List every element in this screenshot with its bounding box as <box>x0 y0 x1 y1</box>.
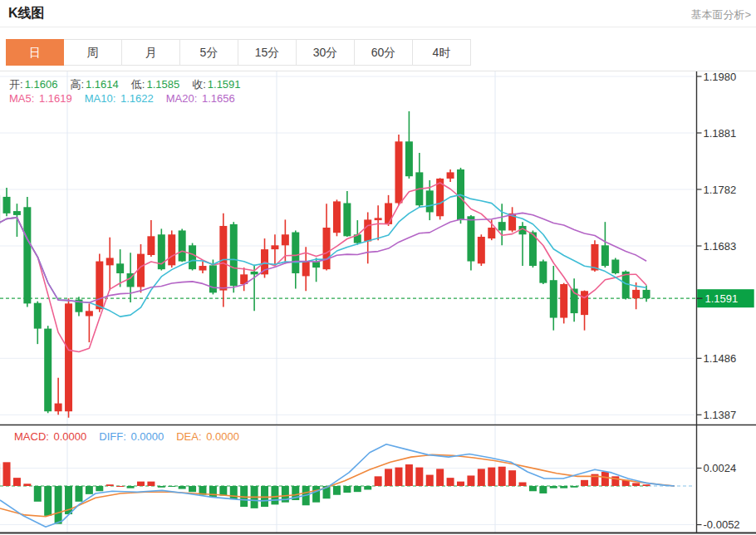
diff-label: DIFF: <box>99 430 126 443</box>
tab-60min[interactable]: 60分 <box>355 39 413 66</box>
period-tabs: 日 周 月 5分 15分 30分 60分 4时 <box>6 39 471 66</box>
tab-15min[interactable]: 15分 <box>238 39 297 66</box>
macd-value: 0.0000 <box>54 430 87 443</box>
close-label: 收: <box>192 78 206 91</box>
svg-text:1.1387: 1.1387 <box>704 409 737 421</box>
tab-week[interactable]: 周 <box>64 39 122 66</box>
svg-text:0.0024: 0.0024 <box>704 462 737 474</box>
svg-text:1.1591: 1.1591 <box>705 292 739 305</box>
tab-day[interactable]: 日 <box>6 39 64 66</box>
ma-legend: MA5: 1.1619 MA10: 1.1622 MA20: 1.1656 <box>9 92 248 105</box>
low-value: 1.1585 <box>146 78 179 91</box>
candles-layer <box>0 111 650 418</box>
macd-legend: MACD: 0.0000 DIFF: 0.0000 DEA: 0.0000 <box>14 430 252 443</box>
ma10-label: MA10: <box>85 92 116 105</box>
ma10-value: 1.1622 <box>120 92 154 105</box>
tab-30min[interactable]: 30分 <box>297 39 355 66</box>
svg-text:1.1683: 1.1683 <box>704 240 737 253</box>
kline-widget: K线图 基本面分析> 日 周 月 5分 15分 30分 60分 4时 开:1.1… <box>0 0 756 535</box>
open-label: 开: <box>9 78 23 91</box>
tab-month[interactable]: 月 <box>122 39 180 66</box>
open-value: 1.1606 <box>25 78 58 91</box>
svg-text:1.1782: 1.1782 <box>704 184 737 196</box>
dea-label: DEA: <box>176 430 201 443</box>
svg-text:-0.0052: -0.0052 <box>704 518 740 531</box>
ma5-value: 1.1619 <box>39 92 72 105</box>
svg-text:1.1980: 1.1980 <box>704 71 737 83</box>
low-label: 低: <box>131 78 145 91</box>
tab-4hour[interactable]: 4时 <box>413 39 471 66</box>
tab-5min[interactable]: 5分 <box>180 39 238 66</box>
high-label: 高: <box>70 78 84 91</box>
high-value: 1.1614 <box>86 78 119 91</box>
svg-text:1.1486: 1.1486 <box>704 352 737 365</box>
dea-value: 0.0000 <box>206 430 239 443</box>
macd-label: MACD: <box>14 430 49 443</box>
svg-text:1.1881: 1.1881 <box>704 127 737 140</box>
ma5-label: MA5: <box>9 92 34 105</box>
ma20-value: 1.1656 <box>202 92 235 105</box>
diff-value: 0.0000 <box>130 430 164 443</box>
current-price-badge: 1.1591 <box>697 289 754 307</box>
ma20-label: MA20: <box>166 92 198 105</box>
close-value: 1.1591 <box>208 78 241 91</box>
ohlc-legend: 开:1.1606 高:1.1614 低:1.1585 收:1.1591 <box>9 77 253 92</box>
gridlines <box>0 71 695 533</box>
